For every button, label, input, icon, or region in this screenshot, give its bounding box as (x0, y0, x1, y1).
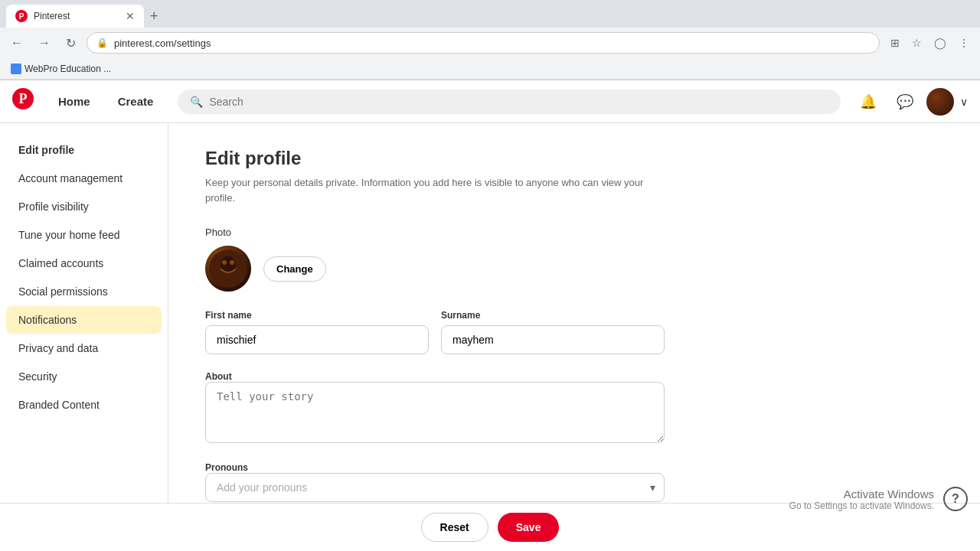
name-row: First name Surname (205, 310, 665, 354)
svg-point-4 (222, 260, 227, 265)
menu-button[interactable]: ⋮ (954, 34, 974, 52)
bookmarks-bar: WebPro Education ... (0, 58, 980, 80)
tab-title: Pinterest (34, 11, 70, 21)
about-textarea[interactable] (205, 382, 665, 443)
sidebar: Edit profile Account management Profile … (0, 123, 168, 551)
sidebar-item-branded-content[interactable]: Branded Content (6, 391, 162, 419)
pinterest-app: P Home Create 🔍 🔔 💬 ∨ Edit profile Accou… (0, 80, 980, 551)
bookmark-button[interactable]: ☆ (907, 34, 926, 52)
photo-section: Photo (205, 227, 665, 292)
surname-group: Surname (441, 310, 665, 354)
search-bar[interactable]: 🔍 (178, 90, 841, 114)
messages-button[interactable]: 💬 (890, 86, 920, 117)
sidebar-item-account-management[interactable]: Account management (6, 165, 162, 192)
photo-label: Photo (205, 227, 665, 238)
nav-icons: 🔔 💬 ∨ (853, 86, 968, 117)
tab-favicon (15, 10, 28, 22)
activate-windows-title: Activate Windows (789, 487, 934, 500)
pronouns-select[interactable]: Add your pronouns (205, 473, 665, 502)
photo-row: Change (205, 246, 665, 292)
first-name-label: First name (205, 310, 429, 321)
browser-chrome: Pinterest ✕ + ← → ↻ 🔒 pinterest.com/sett… (0, 0, 980, 80)
change-photo-button[interactable]: Change (263, 256, 326, 282)
url-bar[interactable]: 🔒 pinterest.com/settings (87, 32, 880, 54)
reset-button[interactable]: Reset (421, 513, 488, 542)
refresh-button[interactable]: ↻ (61, 33, 80, 54)
avatar-preview (205, 246, 251, 292)
pinterest-logo[interactable]: P (12, 88, 34, 115)
active-tab[interactable]: Pinterest ✕ (6, 5, 144, 28)
surname-label: Surname (441, 310, 665, 321)
bookmark-label: WebPro Education ... (24, 64, 111, 74)
extensions-button[interactable]: ⊞ (886, 34, 904, 52)
edit-profile-form: Edit profile Keep your personal details … (205, 148, 665, 551)
avatar-image (205, 246, 251, 292)
svg-point-5 (230, 260, 234, 265)
forward-button[interactable]: → (34, 33, 55, 53)
activate-windows-watermark: Activate Windows Go to Settings to activ… (789, 487, 934, 511)
activate-windows-sub: Go to Settings to activate Windows. (789, 500, 934, 511)
surname-input[interactable] (441, 325, 665, 354)
sidebar-item-social-permissions[interactable]: Social permissions (6, 278, 162, 305)
bookmark-favicon (11, 64, 21, 74)
address-bar: ← → ↻ 🔒 pinterest.com/settings ⊞ ☆ ◯ ⋮ (0, 28, 980, 58)
lock-icon: 🔒 (96, 37, 108, 48)
pronouns-label: Pronouns (205, 462, 248, 473)
sidebar-item-privacy-data[interactable]: Privacy and data (6, 334, 162, 362)
url-text: pinterest.com/settings (114, 37, 211, 49)
sidebar-item-edit-profile[interactable]: Edit profile (6, 136, 162, 164)
create-nav-link[interactable]: Create (106, 89, 166, 114)
about-label: About (205, 371, 232, 382)
user-avatar-button[interactable] (926, 88, 954, 116)
top-nav: P Home Create 🔍 🔔 💬 ∨ (0, 80, 980, 123)
sidebar-item-claimed-accounts[interactable]: Claimed accounts (6, 249, 162, 277)
page-title: Edit profile (205, 148, 665, 169)
new-tab-button[interactable]: + (144, 6, 165, 26)
sidebar-item-profile-visibility[interactable]: Profile visibility (6, 193, 162, 220)
first-name-group: First name (205, 310, 429, 354)
back-button[interactable]: ← (6, 33, 28, 53)
pronouns-select-wrapper: Add your pronouns ▾ (205, 473, 665, 502)
nav-links: Home Create (46, 89, 165, 114)
search-icon: 🔍 (190, 96, 203, 108)
about-group: About (205, 370, 665, 445)
svg-text:P: P (19, 91, 28, 106)
home-nav-link[interactable]: Home (46, 89, 103, 114)
first-name-input[interactable] (205, 325, 429, 354)
profile-button[interactable]: ◯ (929, 34, 951, 52)
tab-bar: Pinterest ✕ + (0, 0, 980, 28)
page-subtitle: Keep your personal details private. Info… (205, 175, 665, 205)
sidebar-item-security[interactable]: Security (6, 363, 162, 390)
help-button[interactable]: ? (943, 487, 968, 511)
sidebar-item-tune-home-feed[interactable]: Tune your home feed (6, 221, 162, 249)
notifications-bell-button[interactable]: 🔔 (853, 86, 884, 117)
save-button[interactable]: Save (498, 513, 560, 542)
search-input[interactable] (209, 96, 828, 108)
bookmark-webpro[interactable]: WebPro Education ... (6, 62, 116, 76)
tab-close-button[interactable]: ✕ (126, 10, 135, 22)
browser-actions: ⊞ ☆ ◯ ⋮ (886, 34, 974, 52)
sidebar-item-notifications[interactable]: Notifications (6, 306, 162, 334)
account-chevron-button[interactable]: ∨ (960, 96, 968, 108)
